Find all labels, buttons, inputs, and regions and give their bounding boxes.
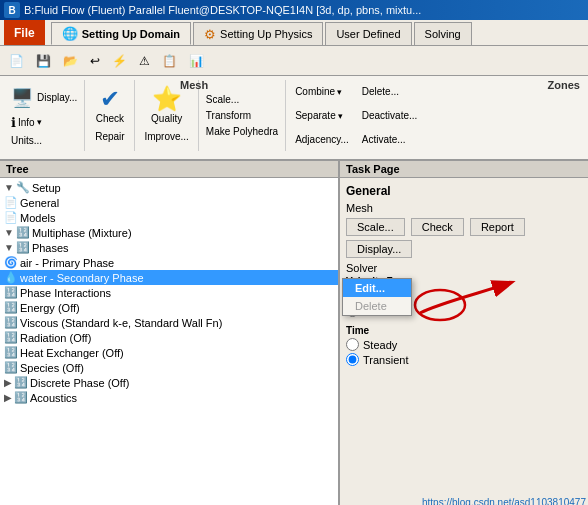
heat-exchanger-label: Heat Exchanger (Off) <box>20 347 124 359</box>
watermark: https://blog.csdn.net/asd1103810477 <box>420 495 588 505</box>
tree-item-phase-interactions[interactable]: 🔢 Phase Interactions <box>0 285 338 300</box>
radiation-icon: 🔢 <box>4 331 18 344</box>
tab-setting-up-physics[interactable]: ⚙ Setting Up Physics <box>193 22 323 45</box>
separate-btn[interactable]: Separate ▾ <box>290 104 356 127</box>
save-btn[interactable]: 💾 <box>31 51 56 71</box>
tree-item-air[interactable]: 🌀 air - Primary Phase <box>0 255 338 270</box>
title-text: B:Fluid Flow (Fluent) Parallel Fluent@DE… <box>24 4 421 16</box>
tree-item-general[interactable]: 📄 General <box>0 195 338 210</box>
general-icon: 📄 <box>4 196 18 209</box>
tab-user-defined[interactable]: User Defined <box>325 22 411 45</box>
ribbon: Mesh Zones 🖥️ Display... ℹ Info ▾ Units.… <box>0 76 588 161</box>
heat-exchanger-icon: 🔢 <box>4 346 18 359</box>
tree-item-phases[interactable]: ▼ 🔢 Phases <box>0 240 338 255</box>
scale-btn[interactable]: Scale... <box>203 92 281 107</box>
warning-btn[interactable]: ⚠ <box>134 51 155 71</box>
multiphase-icon: 🔢 <box>16 226 30 239</box>
tree-content: ▼ 🔧 Setup 📄 General 📄 Models ▼ 🔢 Multiph… <box>0 178 338 505</box>
tree-item-water[interactable]: 💧 water - Secondary Phase <box>0 270 338 285</box>
zones-group: Combine ▾ Delete... Separate ▾ Deactivat… <box>286 80 426 151</box>
make-polyhedra-btn[interactable]: Make Polyhedra <box>203 124 281 139</box>
report-task-btn[interactable]: Report <box>470 218 525 236</box>
quality-label: Quality <box>151 113 182 124</box>
combine-btn[interactable]: Combine ▾ <box>290 80 356 103</box>
display-label: Display... <box>37 92 77 103</box>
transform-btn[interactable]: Transform <box>203 108 281 123</box>
delete-menu-item[interactable]: Delete <box>343 297 411 315</box>
radiation-label: Radiation (Off) <box>20 332 91 344</box>
solving-tab-label: Solving <box>425 28 461 40</box>
steady-radio[interactable] <box>346 338 359 351</box>
acoustics-label: Acoustics <box>30 392 77 404</box>
edit-menu-item[interactable]: Edit... <box>343 279 411 297</box>
adjacency-btn[interactable]: Adjacency... <box>290 128 356 151</box>
tab-setting-up-domain[interactable]: 🌐 Setting Up Domain <box>51 22 191 45</box>
general-title: General <box>346 184 582 198</box>
quality-icon: ⭐ <box>152 85 182 113</box>
scale-task-btn[interactable]: Scale... <box>346 218 405 236</box>
tree-item-discrete-phase[interactable]: ▶ 🔢 Discrete Phase (Off) <box>0 375 338 390</box>
new-btn[interactable]: 📄 <box>4 51 29 71</box>
make-polyhedra-label: Make Polyhedra <box>206 126 278 137</box>
undo-btn[interactable]: ↩ <box>85 51 105 71</box>
zones-label: Zones <box>548 79 580 91</box>
tree-item-multiphase[interactable]: ▼ 🔢 Multiphase (Mixture) <box>0 225 338 240</box>
display-btn[interactable]: 🖥️ Display... <box>8 84 80 112</box>
improve-btn[interactable]: Improve... <box>139 129 193 144</box>
repair-label: Repair <box>95 131 124 142</box>
tree-item-viscous[interactable]: 🔢 Viscous (Standard k-e, Standard Wall F… <box>0 315 338 330</box>
check-btn[interactable]: ✔ Check <box>90 80 130 129</box>
delete-btn[interactable]: Delete... <box>357 80 423 103</box>
open-btn[interactable]: 📂 <box>58 51 83 71</box>
main-area: Tree ▼ 🔧 Setup 📄 General 📄 Models ▼ 🔢 Mu… <box>0 161 588 505</box>
display-icon: 🖥️ <box>11 87 33 109</box>
phase-interactions-icon: 🔢 <box>4 286 18 299</box>
units-btn[interactable]: Units... <box>8 133 80 148</box>
tree-panel: Tree ▼ 🔧 Setup 📄 General 📄 Models ▼ 🔢 Mu… <box>0 161 340 505</box>
steady-radio-item[interactable]: Steady <box>346 338 582 351</box>
transient-radio-item[interactable]: Transient <box>346 353 582 366</box>
deactivate-btn[interactable]: Deactivate... <box>357 104 423 127</box>
time-label: Time <box>346 325 582 336</box>
check-group: ✔ Check Repair <box>85 80 135 151</box>
activate-btn[interactable]: Activate... <box>357 128 423 151</box>
energy-label: Energy (Off) <box>20 302 80 314</box>
display-task-btn[interactable]: Display... <box>346 240 412 258</box>
separate-label: Separate <box>295 110 336 121</box>
combine-label: Combine <box>295 86 335 97</box>
tree-item-heat-exchanger[interactable]: 🔢 Heat Exchanger (Off) <box>0 345 338 360</box>
tree-item-setup[interactable]: ▼ 🔧 Setup <box>0 180 338 195</box>
models-label: Models <box>20 212 55 224</box>
domain-tab-label: Setting Up Domain <box>82 28 180 40</box>
acoustics-arrow: ▶ <box>4 392 12 403</box>
task-content: General Mesh Scale... Check Report Displ… <box>340 178 588 505</box>
mesh-btn-row: Scale... Check Report <box>346 218 582 236</box>
info-btn[interactable]: ℹ Info ▾ <box>8 113 80 132</box>
tree-item-species[interactable]: 🔢 Species (Off) <box>0 360 338 375</box>
adjacency-label: Adjacency... <box>295 134 349 145</box>
transient-radio[interactable] <box>346 353 359 366</box>
lightning-btn[interactable]: ⚡ <box>107 51 132 71</box>
general-label: General <box>20 197 59 209</box>
table-btn[interactable]: 📋 <box>157 51 182 71</box>
steady-label: Steady <box>363 339 397 351</box>
file-menu[interactable]: File <box>4 20 45 45</box>
repair-btn[interactable]: Repair <box>90 129 130 144</box>
scale-label: Scale... <box>206 94 239 105</box>
task-panel: Task Page General Mesh Scale... Check Re… <box>340 161 588 505</box>
chart-btn[interactable]: 📊 <box>184 51 209 71</box>
display-btn-row: Display... <box>346 240 582 258</box>
tree-item-acoustics[interactable]: ▶ 🔢 Acoustics <box>0 390 338 405</box>
tree-item-models[interactable]: 📄 Models <box>0 210 338 225</box>
info-label: Info <box>18 117 35 128</box>
check-label: Check <box>96 113 124 124</box>
phases-label: Phases <box>32 242 69 254</box>
check-task-btn[interactable]: Check <box>411 218 464 236</box>
menu-bar: File 🌐 Setting Up Domain ⚙ Setting Up Ph… <box>0 20 588 46</box>
setup-icon: 🔧 <box>16 181 30 194</box>
tree-item-radiation[interactable]: 🔢 Radiation (Off) <box>0 330 338 345</box>
title-bar: B B:Fluid Flow (Fluent) Parallel Fluent@… <box>0 0 588 20</box>
tab-solving[interactable]: Solving <box>414 22 472 45</box>
toolbar: 📄 💾 📂 ↩ ⚡ ⚠ 📋 📊 <box>0 46 588 76</box>
tree-item-energy[interactable]: 🔢 Energy (Off) <box>0 300 338 315</box>
